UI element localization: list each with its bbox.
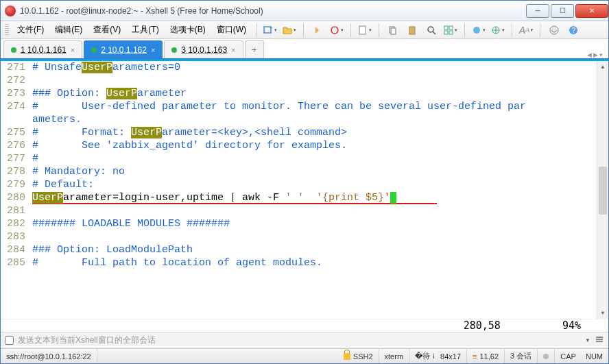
line-number: 271 bbox=[1, 61, 29, 74]
editor-line[interactable]: 273### Option: UserParameter bbox=[1, 87, 608, 100]
scroll-up-icon[interactable]: ▲ bbox=[597, 61, 608, 73]
line-number: 279 bbox=[1, 178, 29, 191]
svg-rect-19 bbox=[596, 339, 603, 340]
help-icon[interactable]: ? bbox=[565, 23, 582, 38]
new-tab-button[interactable]: + bbox=[245, 40, 264, 58]
editor-line[interactable]: 274# User-defined parameter to monitor. … bbox=[1, 100, 608, 113]
status-rec bbox=[538, 349, 555, 363]
menu-tools[interactable]: 工具(T) bbox=[128, 22, 163, 38]
menu-view[interactable]: 查看(V) bbox=[89, 22, 125, 38]
editor-line[interactable]: 279# Default: bbox=[1, 178, 608, 191]
editor-line[interactable]: ameters. bbox=[1, 113, 608, 126]
tab-close-icon[interactable]: × bbox=[71, 46, 75, 54]
broadcast-menu-icon[interactable] bbox=[595, 335, 604, 346]
broadcast-checkbox[interactable] bbox=[5, 336, 14, 345]
session-tab-1[interactable]: 1 10.0.1.161 × bbox=[3, 40, 82, 58]
svg-point-2 bbox=[331, 27, 338, 34]
tab-scroll-right-icon[interactable]: ▶ bbox=[593, 51, 598, 58]
session-tab-strip: 1 10.0.1.161 × 2 10.0.1.162 × 3 10.0.1.1… bbox=[1, 39, 608, 59]
editor-line[interactable]: 281 bbox=[1, 204, 608, 217]
session-tab-2[interactable]: 2 10.0.1.162 × bbox=[84, 40, 163, 58]
line-code[interactable] bbox=[29, 74, 608, 87]
status-sessions: 3 会话 bbox=[505, 349, 538, 363]
maximize-button[interactable]: ☐ bbox=[551, 4, 574, 18]
font-icon[interactable]: AA▾ bbox=[518, 23, 534, 38]
editor-line[interactable]: 284### Option: LoadModulePath bbox=[1, 243, 608, 256]
line-number: 282 bbox=[1, 217, 29, 230]
copy-icon[interactable] bbox=[385, 23, 401, 38]
disconnect-icon[interactable]: ▾ bbox=[329, 23, 345, 38]
line-code[interactable]: # User-defined parameter to monitor. The… bbox=[29, 100, 608, 113]
line-code[interactable]: ####### LOADABLE MODULES ####### bbox=[29, 217, 608, 230]
editor-line[interactable]: 272 bbox=[1, 74, 608, 87]
vertical-scrollbar[interactable]: ▲ ▼ bbox=[597, 61, 608, 319]
line-code[interactable]: # See 'zabbix_agentd' directory for exam… bbox=[29, 139, 608, 152]
scroll-down-icon[interactable]: ▼ bbox=[597, 307, 608, 319]
line-code[interactable]: ### Option: UserParameter bbox=[29, 87, 608, 100]
line-code[interactable]: # Default: bbox=[29, 178, 608, 191]
svg-rect-5 bbox=[391, 28, 396, 34]
editor-line[interactable]: 285# Full path to location of agent modu… bbox=[1, 256, 608, 269]
menu-window[interactable]: 窗口(W) bbox=[213, 22, 250, 38]
editor-line[interactable]: 278# Mandatory: no bbox=[1, 165, 608, 178]
menu-bar: 文件(F) 编辑(E) 查看(V) 工具(T) 选项卡(B) 窗口(W) +▾ … bbox=[1, 21, 608, 39]
find-icon[interactable] bbox=[423, 23, 440, 38]
paste-icon[interactable] bbox=[404, 23, 420, 38]
broadcast-placeholder[interactable]: 发送文本到当前Xshell窗口的全部会话 bbox=[18, 335, 156, 346]
line-code[interactable]: ameters. bbox=[29, 113, 608, 126]
line-code[interactable]: ### Option: LoadModulePath bbox=[29, 243, 608, 256]
svg-text:?: ? bbox=[571, 27, 575, 34]
broadcast-dropdown-icon[interactable]: ▼ bbox=[585, 337, 590, 343]
line-number: 281 bbox=[1, 204, 29, 217]
cursor-position: 280,58 bbox=[464, 319, 501, 332]
title-bar[interactable]: 10.0.1.162 - root@linux-node2:~ - Xshell… bbox=[1, 1, 608, 21]
editor-line[interactable]: 280UserParameter=login-user,uptime | awk… bbox=[1, 191, 608, 204]
status-bar: ssh://root@10.0.1.162:22 SSH2 xterm �待ｉ … bbox=[1, 348, 608, 363]
line-number: 284 bbox=[1, 243, 29, 256]
close-button[interactable]: ✕ bbox=[575, 4, 608, 18]
menu-edit[interactable]: 编辑(E) bbox=[51, 22, 86, 38]
terminal-editor[interactable]: ▲ ▼ 271# UnsafeUserParameters=0272273###… bbox=[1, 61, 608, 319]
scroll-thumb[interactable] bbox=[599, 167, 607, 215]
line-code[interactable]: # UnsafeUserParameters=0 bbox=[29, 61, 608, 74]
line-code[interactable]: UserParameter=login-user,uptime | awk -F… bbox=[29, 191, 608, 204]
line-code[interactable]: # Format: UserParameter=<key>,<shell com… bbox=[29, 126, 608, 139]
svg-rect-6 bbox=[409, 27, 415, 34]
tab-list-icon[interactable]: ▾ bbox=[599, 51, 603, 58]
editor-line[interactable]: 283 bbox=[1, 230, 608, 243]
line-code[interactable] bbox=[29, 230, 608, 243]
line-code[interactable] bbox=[29, 204, 608, 217]
editor-line[interactable]: 282####### LOADABLE MODULES ####### bbox=[1, 217, 608, 230]
line-number: 275 bbox=[1, 126, 29, 139]
globe-icon[interactable]: ▾ bbox=[490, 23, 506, 38]
editor-line[interactable]: 276# See 'zabbix_agentd' directory for e… bbox=[1, 139, 608, 152]
tab-scroll-left-icon[interactable]: ◀ bbox=[587, 51, 592, 58]
line-code[interactable]: # bbox=[29, 152, 608, 165]
status-dot-icon bbox=[11, 47, 16, 53]
status-term: xterm bbox=[379, 349, 410, 363]
editor-line[interactable]: 277# bbox=[1, 152, 608, 165]
line-code[interactable]: # Full path to location of agent modules… bbox=[29, 256, 608, 269]
toolbar-grip-icon[interactable] bbox=[5, 24, 9, 36]
properties-icon[interactable]: ▾ bbox=[357, 23, 373, 38]
line-code[interactable]: # Mandatory: no bbox=[29, 165, 608, 178]
color-scheme-icon[interactable]: ▾ bbox=[470, 23, 487, 38]
script-icon[interactable] bbox=[546, 23, 562, 38]
tab-close-icon[interactable]: × bbox=[151, 46, 155, 54]
tab-label: 2 10.0.1.162 bbox=[101, 45, 147, 55]
open-session-icon[interactable]: ▾ bbox=[281, 23, 298, 38]
editor-line[interactable]: 271# UnsafeUserParameters=0 bbox=[1, 61, 608, 74]
app-icon bbox=[5, 5, 16, 16]
svg-rect-20 bbox=[596, 341, 603, 342]
status-size: �待ｉ 84x17 bbox=[409, 349, 467, 363]
new-session-icon[interactable]: +▾ bbox=[262, 23, 278, 38]
session-tab-3[interactable]: 3 10.0.1.163 × bbox=[164, 40, 243, 58]
tab-close-icon[interactable]: × bbox=[231, 46, 235, 54]
status-cursor: ≡ 11,62 bbox=[467, 349, 505, 363]
tile-icon[interactable]: ▾ bbox=[442, 23, 459, 38]
minimize-button[interactable]: ─ bbox=[526, 4, 549, 18]
menu-file[interactable]: 文件(F) bbox=[13, 22, 48, 38]
reconnect-icon[interactable] bbox=[309, 23, 326, 38]
menu-tab[interactable]: 选项卡(B) bbox=[166, 22, 210, 38]
editor-line[interactable]: 275# Format: UserParameter=<key>,<shell … bbox=[1, 126, 608, 139]
